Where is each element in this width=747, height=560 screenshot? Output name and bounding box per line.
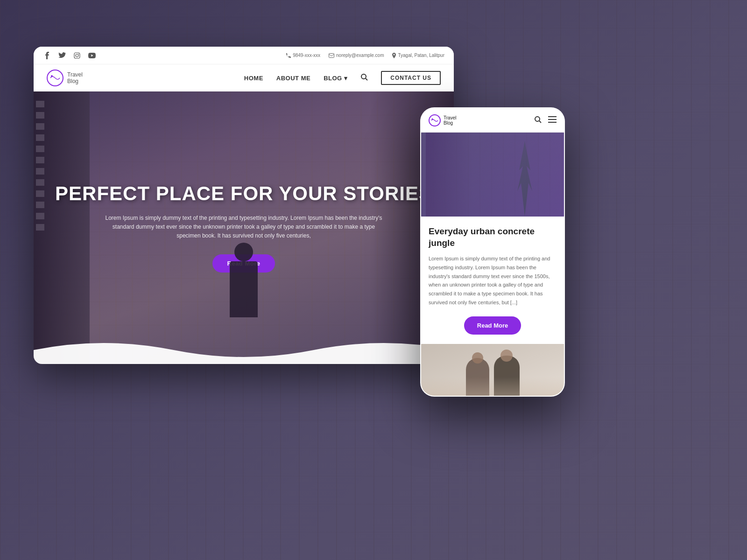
- mobile-mockup: Travel Blog Everyday urban concrete jung…: [420, 107, 565, 397]
- search-icon[interactable]: [360, 73, 368, 83]
- svg-line-9: [539, 121, 541, 123]
- desktop-mockup: 9849-xxx-xxx noreply@example.com Tyagal,…: [34, 47, 454, 364]
- mobile-search-icon[interactable]: [534, 116, 542, 125]
- hero-title: PERFECT PLACE FOR YOUR STORIES: [55, 183, 432, 204]
- social-icons: [43, 51, 96, 60]
- svg-point-2: [78, 53, 79, 54]
- nav-blog[interactable]: BLOG ▾: [324, 75, 347, 82]
- mobile-article-text: Lorem Ipsum is simply dummy text of the …: [429, 254, 557, 307]
- mobile-article-card: Everyday urban concrete jungle Lorem Ips…: [421, 217, 564, 344]
- chevron-down-icon: ▾: [344, 75, 348, 82]
- hero-subtitle: Lorem Ipsum is simply dummy text of the …: [104, 214, 384, 241]
- person-silhouette: [225, 243, 262, 327]
- mobile-nav-icons: [534, 116, 557, 125]
- mobile-logo-icon: [429, 114, 441, 126]
- twitter-icon[interactable]: [58, 51, 66, 60]
- youtube-icon[interactable]: [88, 51, 96, 60]
- logo-text: Travel Blog: [67, 71, 83, 85]
- svg-point-5: [361, 74, 366, 79]
- mobile-article-title: Everyday urban concrete jungle: [429, 226, 557, 249]
- topbar-info: 9849-xxx-xxx noreply@example.com Tyagal,…: [286, 53, 444, 58]
- wave-bottom: [34, 336, 454, 364]
- mobile-hero: [421, 133, 564, 217]
- svg-rect-10: [548, 116, 557, 117]
- contact-button[interactable]: CONTACT US: [381, 71, 441, 85]
- instagram-icon[interactable]: [73, 51, 81, 60]
- mobile-logo-text: Travel Blog: [444, 115, 456, 126]
- logo-icon: [47, 70, 63, 86]
- nav-home[interactable]: HOME: [244, 75, 263, 82]
- svg-point-8: [535, 117, 540, 121]
- desktop-topbar: 9849-xxx-xxx noreply@example.com Tyagal,…: [34, 47, 454, 64]
- mobile-preview-image: [421, 344, 564, 397]
- svg-line-6: [366, 78, 367, 80]
- svg-point-4: [51, 75, 53, 77]
- svg-rect-12: [548, 122, 557, 123]
- topbar-location: Tyagal, Patan, Lalitpur: [392, 53, 444, 58]
- svg-point-7: [432, 118, 433, 119]
- desktop-navbar: Travel Blog HOME ABOUT ME BLOG ▾ CONTACT…: [34, 64, 454, 91]
- svg-rect-3: [329, 53, 334, 57]
- facebook-icon[interactable]: [43, 51, 51, 60]
- mobile-section-preview: [421, 344, 564, 397]
- mobile-logo[interactable]: Travel Blog: [429, 114, 456, 126]
- mobile-navbar: Travel Blog: [421, 108, 564, 133]
- svg-rect-0: [74, 53, 80, 58]
- topbar-email: noreply@example.com: [329, 53, 384, 58]
- desktop-nav-links: HOME ABOUT ME BLOG ▾ CONTACT US: [244, 71, 441, 85]
- mobile-menu-icon[interactable]: [548, 116, 557, 125]
- city-gradient: [421, 377, 564, 396]
- nav-about[interactable]: ABOUT ME: [276, 75, 310, 82]
- svg-rect-11: [548, 119, 557, 120]
- topbar-phone: 9849-xxx-xxx: [286, 53, 320, 58]
- desktop-logo[interactable]: Travel Blog: [47, 70, 83, 86]
- desktop-hero: PERFECT PLACE FOR YOUR STORIES Lorem Ips…: [34, 91, 454, 364]
- svg-point-1: [76, 54, 78, 57]
- mobile-read-more-button[interactable]: Read More: [464, 316, 521, 335]
- mobile-hero-purple-overlay: [421, 133, 564, 217]
